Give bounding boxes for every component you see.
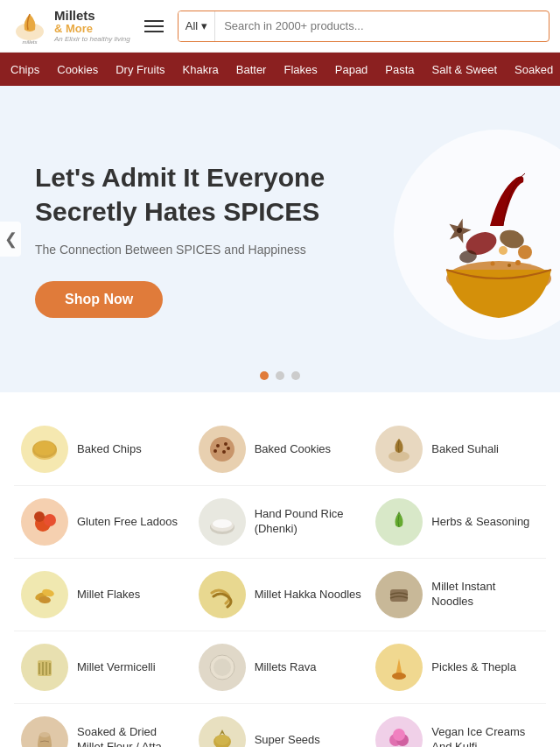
svg-point-16 [34,441,55,455]
category-baked-cookies[interactable]: Baked Cookies [192,413,369,486]
categories-grid: Baked Chips Baked Cookies Baked Suhali G… [14,413,546,747]
svg-point-21 [222,450,226,454]
search-all-dropdown[interactable]: All ▾ [178,11,215,41]
category-herbs-seasoning-label: Herbs & Seasoning [431,515,529,530]
banner-image [376,103,560,375]
categories-section: Baked Chips Baked Cookies Baked Suhali G… [0,392,560,747]
nav-dry-fruits[interactable]: Dry Fruits [107,63,173,76]
category-vegan-ice-creams-img [375,716,423,747]
header: millets Millets & More An Elixir to heal… [0,0,560,53]
nav-cookies[interactable]: Cookies [48,63,107,76]
logo-subtitle: & More [54,23,130,35]
svg-point-41 [392,673,406,680]
banner-prev-arrow[interactable]: ❮ [0,222,21,257]
svg-point-19 [224,442,228,446]
category-soaked-dried-millet-flour-label: Soaked & Dried Millet Flour / Atta [77,725,185,747]
svg-point-7 [518,245,532,259]
search-input[interactable] [215,19,549,32]
category-millet-instant-noodles[interactable]: Millet Instant Noodles [368,559,546,631]
chevron-down-icon: ▾ [201,19,207,32]
category-millet-flakes[interactable]: Millet Flakes [14,559,192,631]
svg-point-11 [515,260,521,265]
hero-banner: ❮ Let's Admit It Everyone Secretly Hates… [0,86,560,392]
search-all-label: All [186,19,198,32]
category-millets-rava-label: Millets Rava [255,660,317,675]
category-millet-hakka-noodles-label: Millet Hakka Noodles [255,588,361,603]
nav-flakes[interactable]: Flakes [275,63,326,76]
category-vegan-ice-creams[interactable]: Vegan Ice Creams And Kulfi [368,704,546,747]
svg-text:millets: millets [22,39,37,45]
svg-point-40 [214,659,231,676]
nav-salt-sweet[interactable]: Salt & Sweet [424,63,506,76]
category-herbs-seasoning-img [375,498,423,546]
category-super-seeds-img [199,716,246,747]
svg-point-25 [44,514,56,526]
category-baked-cookies-img [199,426,246,473]
category-millet-flakes-img [21,571,68,618]
banner-dots [260,371,300,380]
category-gluten-free-ladoos-label: Gluten Free Ladoos [77,515,178,530]
category-baked-chips-label: Baked Chips [77,442,142,457]
category-hand-pound-rice[interactable]: Hand Pound Rice (Dhenki) [192,486,369,559]
category-hand-pound-rice-label: Hand Pound Rice (Dhenki) [255,507,362,537]
nav-papad[interactable]: Papad [326,63,377,76]
hamburger-menu[interactable] [144,20,164,32]
svg-point-17 [210,437,234,462]
category-gluten-free-ladoos-img [21,498,68,546]
banner-title: Let's Admit It Everyone Secretly Hates S… [35,160,402,229]
category-herbs-seasoning[interactable]: Herbs & Seasoning [368,486,546,559]
banner-content: Let's Admit It Everyone Secretly Hates S… [35,160,402,318]
nav-khakra[interactable]: Khakra [174,63,228,76]
category-baked-suhali-label: Baked Suhali [431,442,499,457]
category-millet-hakka-noodles-img [199,571,246,618]
svg-point-18 [216,444,220,447]
category-millet-vermicelli[interactable]: Millet Vermicelli [14,631,192,704]
svg-point-20 [214,449,217,453]
nav-batter[interactable]: Batter [228,63,276,76]
category-baked-chips[interactable]: Baked Chips [14,413,192,486]
category-millet-instant-noodles-label: Millet Instant Noodles [431,580,539,610]
svg-point-22 [227,447,230,450]
nav-pasta[interactable]: Pasta [376,63,423,76]
banner-dot-3[interactable] [291,371,300,380]
category-hand-pound-rice-img [199,498,246,546]
navigation-bar: Chips Cookies Dry Fruits Khakra Batter F… [0,53,560,86]
svg-point-47 [393,729,405,741]
category-super-seeds[interactable]: Super Seeds [192,704,369,747]
svg-point-8 [499,246,508,255]
svg-rect-33 [390,589,408,602]
category-pickles-thepla[interactable]: Pickles & Thepla [368,631,546,704]
category-super-seeds-label: Super Seeds [255,733,320,747]
category-soaked-dried-millet-flour-img [21,716,68,747]
category-millets-rava-img [199,644,246,691]
category-pickles-thepla-label: Pickles & Thepla [431,660,516,675]
logo-title: Millets [54,9,130,24]
svg-point-13 [491,262,495,266]
shop-now-button[interactable]: Shop Now [35,281,163,318]
logo-icon: millets [10,7,49,46]
category-millet-flakes-label: Millet Flakes [77,588,140,603]
category-gluten-free-ladoos[interactable]: Gluten Free Ladoos [14,486,192,559]
svg-point-42 [39,732,50,737]
category-baked-suhali-img [375,426,423,473]
category-vegan-ice-creams-label: Vegan Ice Creams And Kulfi [431,725,539,747]
category-millet-instant-noodles-img [375,571,423,618]
svg-point-29 [213,519,232,528]
nav-soaked[interactable]: Soaked [506,63,560,76]
category-pickles-thepla-img [375,644,423,691]
banner-subtitle: The Connection Between SPICES and Happin… [35,243,402,257]
banner-dot-2[interactable] [276,371,284,380]
category-baked-cookies-label: Baked Cookies [255,442,331,457]
svg-point-26 [34,511,45,522]
logo-tagline: An Elixir to healthy living [54,36,130,44]
banner-dot-1[interactable] [260,371,269,380]
category-millet-vermicelli-label: Millet Vermicelli [77,660,156,675]
category-millet-vermicelli-img [21,644,68,691]
category-millet-hakka-noodles[interactable]: Millet Hakka Noodles [192,559,369,631]
category-millets-rava[interactable]: Millets Rava [192,631,369,704]
category-baked-suhali[interactable]: Baked Suhali [368,413,546,486]
svg-point-12 [508,264,511,267]
category-soaked-dried-millet-flour[interactable]: Soaked & Dried Millet Flour / Atta [14,704,192,747]
logo[interactable]: millets Millets & More An Elixir to heal… [10,7,130,46]
nav-chips[interactable]: Chips [10,63,48,76]
